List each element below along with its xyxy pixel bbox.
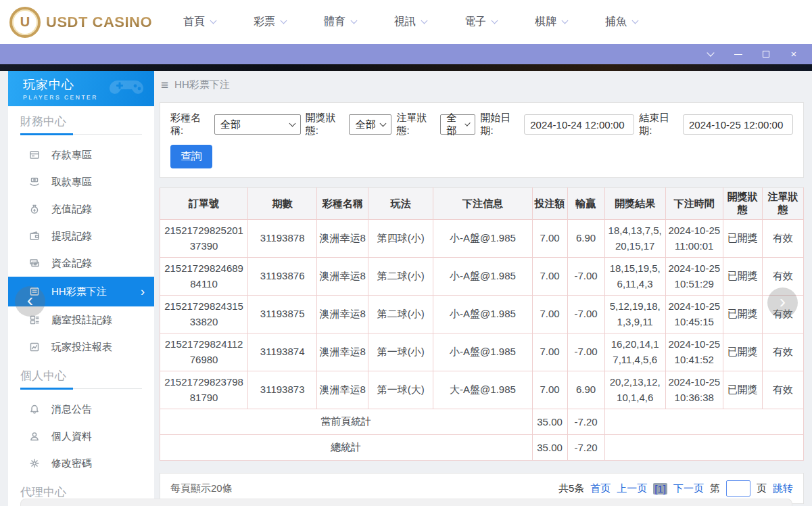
app-window: U USDT CASINO 首頁 彩票 體育 視訊 電子 棋牌 捕魚 × 玩家中… xyxy=(0,0,812,506)
gear-icon xyxy=(29,458,40,469)
chevron-down-icon xyxy=(281,18,287,24)
total-summary-row: 總統計 35.00 -7.20 xyxy=(160,435,804,461)
filter-panel: 彩種名稱: 全部 開獎狀態: 全部 注單狀態: 全部 開始日期: 結束日期: 查… xyxy=(160,102,804,178)
gamepad-icon xyxy=(108,75,147,102)
sidebar-item-deposit[interactable]: 存款專區 xyxy=(8,141,154,168)
funds-record-icon xyxy=(29,258,40,269)
section-underline xyxy=(20,388,142,389)
chevron-right-icon: › xyxy=(780,292,786,311)
sidebar-section-personal: 個人中心 xyxy=(20,369,142,383)
jump-prefix: 第 xyxy=(710,482,720,495)
scroll-left-button[interactable]: ‹ xyxy=(15,286,45,317)
lottery-name-label: 彩種名稱: xyxy=(170,112,210,137)
chevron-down-icon xyxy=(289,120,295,127)
nav-item-cards[interactable]: 棋牌 xyxy=(535,15,567,29)
order-status-label: 注單狀態: xyxy=(396,112,435,137)
first-page-link[interactable]: 首页 xyxy=(590,482,611,495)
end-date-label: 結束日期: xyxy=(639,112,678,137)
window-titlebar: × xyxy=(0,44,812,64)
chevron-down-icon xyxy=(210,18,217,24)
table-row: 215217298241127698031193874澳洲幸运8第一球(小)小-… xyxy=(160,334,804,371)
window-close-icon[interactable]: × xyxy=(789,49,798,59)
chevron-left-icon: ‹ xyxy=(27,291,33,310)
window-collapse-icon[interactable] xyxy=(706,49,715,59)
sidebar-item-announcements[interactable]: 消息公告 xyxy=(8,396,154,423)
main-menu: 首頁 彩票 體育 視訊 電子 棋牌 捕魚 xyxy=(183,15,638,29)
sidebar-finance-items: 存款專區 取款專區 充值記錄 提現記錄 資金記錄 HH彩票下注 › xyxy=(8,141,154,361)
window-minimize-icon[interactable] xyxy=(734,49,743,59)
top-navbar: U USDT CASINO 首頁 彩票 體育 視訊 電子 棋牌 捕魚 xyxy=(0,0,812,44)
current-page: [1] xyxy=(653,483,667,495)
col-draw-status: 開獎狀態 xyxy=(723,188,762,220)
col-play-type: 玩法 xyxy=(368,188,433,220)
sidebar-section-finance: 財務中心 xyxy=(20,114,142,129)
page-title: HH彩票下注 xyxy=(174,78,230,91)
page-jump-input[interactable] xyxy=(726,480,750,497)
col-order-status: 注單狀態 xyxy=(762,188,803,220)
sidebar-item-player-report[interactable]: 玩家投注報表 xyxy=(8,334,154,361)
col-bet-time: 下注時間 xyxy=(665,188,723,220)
withdraw-icon xyxy=(29,177,40,187)
chevron-down-icon xyxy=(562,18,569,24)
chevron-right-icon: › xyxy=(141,285,145,298)
menu-icon[interactable]: ≡ xyxy=(161,78,168,91)
start-date-input[interactable] xyxy=(524,114,634,135)
start-date-label: 開始日期: xyxy=(480,112,519,137)
main-content: ≡ HH彩票下注 彩種名稱: 全部 開獎狀態: 全部 注單狀態: 全部 開始日期… xyxy=(160,71,804,504)
user-icon xyxy=(29,431,40,442)
bets-table: 訂單號 期數 彩種名稱 玩法 下注信息 投注額 輸贏 開獎結果 下注時間 開獎狀… xyxy=(160,187,804,461)
jump-suffix: 页 xyxy=(757,482,767,495)
jump-link[interactable]: 跳转 xyxy=(773,482,793,495)
sidebar-item-recharge-record[interactable]: 充值記錄 xyxy=(8,196,154,223)
chevron-down-icon xyxy=(465,120,471,127)
nav-item-live[interactable]: 視訊 xyxy=(394,15,427,29)
sidebar-item-change-password[interactable]: 修改密碼 xyxy=(8,450,154,477)
nav-item-slots[interactable]: 電子 xyxy=(464,15,497,29)
logo[interactable]: U USDT CASINO xyxy=(9,7,168,38)
prev-page-link[interactable]: 上一页 xyxy=(617,482,647,495)
window-maximize-icon[interactable] xyxy=(761,49,771,59)
sidebar-item-profile[interactable]: 個人資料 xyxy=(8,423,154,450)
nav-item-home[interactable]: 首頁 xyxy=(183,15,216,29)
total-summary-label: 總統計 xyxy=(160,435,533,461)
end-date-input[interactable] xyxy=(683,114,793,135)
order-status-select[interactable]: 全部 xyxy=(440,114,475,135)
table-row: 215217298246898411031193876澳洲幸运8第二球(小)小-… xyxy=(160,258,804,296)
chevron-down-icon xyxy=(492,18,498,24)
table-header-row: 訂單號 期數 彩種名稱 玩法 下注信息 投注額 輸贏 開獎結果 下注時間 開獎狀… xyxy=(160,188,804,220)
col-period: 期數 xyxy=(248,188,317,220)
chevron-down-icon xyxy=(380,120,387,127)
col-order-no: 訂單號 xyxy=(160,188,248,220)
col-bet-info: 下注信息 xyxy=(433,188,532,220)
nav-item-fishing[interactable]: 捕魚 xyxy=(605,15,638,29)
scroll-right-button[interactable]: › xyxy=(767,288,798,318)
sidebar-item-funds-record[interactable]: 資金記錄 xyxy=(8,250,154,277)
col-draw-result: 開獎結果 xyxy=(604,188,665,220)
draw-status-select[interactable]: 全部 xyxy=(349,114,391,135)
sidebar-header: 玩家中心 PLAYERS CENTER xyxy=(8,71,154,106)
chevron-down-icon xyxy=(421,18,428,24)
pagination: 共5条 首页 上一页 [1] 下一页 第 页 跳转 xyxy=(558,480,793,497)
deposit-icon xyxy=(29,150,40,160)
banner-strip xyxy=(0,64,812,71)
withdraw-record-icon xyxy=(29,231,40,242)
chevron-down-icon xyxy=(351,18,358,24)
sidebar-section-agent: 代理中心 xyxy=(20,485,142,499)
sidebar-item-withdraw-record[interactable]: 提現記錄 xyxy=(8,223,154,250)
nav-item-sports[interactable]: 體育 xyxy=(324,15,356,29)
nav-item-lottery[interactable]: 彩票 xyxy=(254,15,286,29)
col-winloss: 輸贏 xyxy=(567,188,604,220)
query-button[interactable]: 查詢 xyxy=(170,145,212,168)
lottery-name-select[interactable]: 全部 xyxy=(214,114,301,135)
sidebar-personal-items: 消息公告 個人資料 修改密碼 xyxy=(8,396,154,477)
chevron-down-icon xyxy=(632,18,639,24)
col-lottery-name: 彩種名稱 xyxy=(317,188,368,220)
sidebar-item-withdraw[interactable]: 取款專區 xyxy=(8,168,154,196)
breadcrumb: ≡ HH彩票下注 xyxy=(160,71,804,98)
table-row: 215217298252013739031193878澳洲幸运8第四球(小)小-… xyxy=(160,220,804,258)
table-row: 215217298237988179031193873澳洲幸运8第一球(大)大-… xyxy=(160,371,804,409)
table-row: 215217298243153382031193875澳洲幸运8第二球(小)小-… xyxy=(160,296,804,334)
page-summary-label: 當前頁統計 xyxy=(160,409,533,435)
next-page-link[interactable]: 下一页 xyxy=(673,482,704,495)
recharge-record-icon xyxy=(29,204,40,214)
